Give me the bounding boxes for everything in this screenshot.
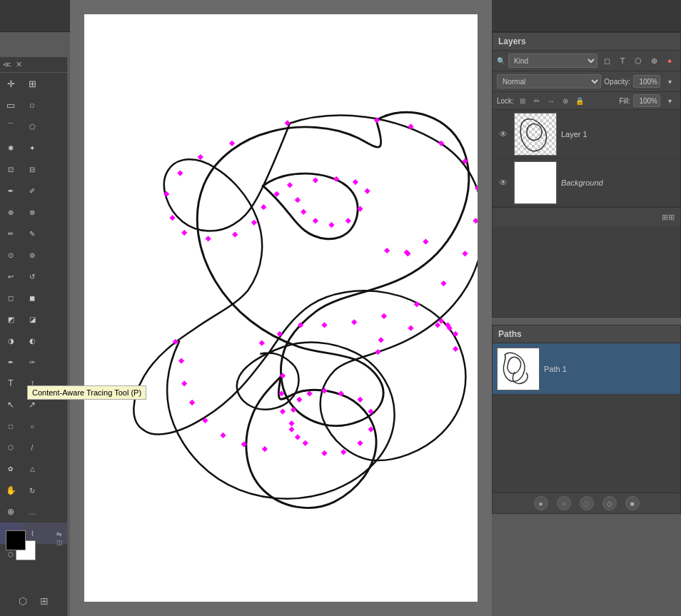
svg-rect-21	[181, 230, 187, 236]
polygon-shape-tool[interactable]: ⬡	[0, 437, 21, 458]
custom-shape-tool[interactable]: ✿	[0, 458, 21, 480]
healing-brush-tool[interactable]: ⊕	[0, 201, 21, 223]
fill-path-button[interactable]: ●	[534, 496, 548, 510]
slice-tool[interactable]: ⊟	[21, 158, 43, 180]
rect-shape-tool[interactable]: □	[0, 415, 21, 437]
crop-tool[interactable]: ⊡	[0, 158, 21, 180]
paths-panel-footer: ● ○ ◌ ◇ ■	[493, 493, 680, 513]
freeform-pen-tool[interactable]: ✑	[21, 351, 43, 373]
svg-rect-14	[277, 331, 283, 337]
svg-rect-12	[321, 322, 327, 328]
tool-row-1: ✛ ⊞	[0, 73, 67, 94]
zoom-tool[interactable]: ⊕	[0, 501, 21, 522]
lock-position-icon[interactable]: ✏	[531, 95, 543, 106]
line-shape-tool[interactable]: /	[21, 437, 43, 458]
default-colors-icon[interactable]: ◫	[56, 539, 63, 546]
paint-bucket-tool[interactable]: ◪	[21, 308, 43, 330]
background-visibility-icon[interactable]: 👁	[497, 176, 510, 189]
layer-kind-select[interactable]: Kind	[508, 54, 597, 68]
link-layers-icon[interactable]: ⊞⊞	[662, 211, 675, 223]
kind-shape-icon[interactable]: ⬡	[632, 54, 645, 67]
ellipse-marquee-tool[interactable]: ○	[21, 94, 43, 116]
eraser-tool[interactable]: ◻	[0, 287, 21, 308]
more-tools[interactable]: …	[21, 501, 43, 522]
path1-thumbnail	[497, 348, 540, 390]
brush-tool[interactable]: ✏	[0, 223, 21, 244]
lasso-tool[interactable]: ⌒	[0, 116, 21, 137]
quick-mask-icon[interactable]: ⬡	[15, 593, 31, 609]
polygonal-lasso-tool[interactable]: ⬠	[21, 116, 43, 137]
rect-marquee-tool[interactable]: ▭	[0, 94, 21, 116]
layer-item-layer1[interactable]: 👁 Layer 1	[493, 110, 680, 158]
color-sampler-tool[interactable]: ✐	[21, 180, 43, 201]
fill-input[interactable]	[633, 94, 660, 107]
dodge-tool[interactable]: ◑	[0, 330, 21, 351]
fill-arrow-icon[interactable]: ▾	[663, 94, 676, 107]
svg-rect-35	[313, 218, 318, 223]
lock-label: Lock:	[497, 97, 514, 105]
pencil-tool[interactable]: ✎	[21, 223, 43, 244]
blend-mode-select[interactable]: Normal Multiply Screen	[497, 74, 601, 89]
svg-rect-73	[384, 248, 390, 253]
layer-item-background[interactable]: 👁 Background	[493, 158, 680, 207]
swap-colors-icon[interactable]: ⇆	[56, 530, 63, 537]
burn-tool[interactable]: ◐	[21, 330, 43, 351]
rotate-view-tool[interactable]: ↻	[21, 480, 43, 501]
svg-rect-54	[288, 420, 294, 426]
foreground-color-swatch[interactable]	[6, 530, 26, 550]
gradient-tool[interactable]: ◩	[0, 308, 21, 330]
tool-tooltip: Content-Aware Tracing Tool (P)	[27, 385, 146, 400]
path-item-path1[interactable]: Path 1	[493, 343, 680, 395]
artboard-tool[interactable]: ⊞	[21, 73, 43, 94]
canvas-surface	[84, 14, 478, 602]
triangle-shape-tool[interactable]: △	[21, 458, 43, 480]
tool-row-21: ⊕ …	[0, 501, 67, 522]
stroke-path-button[interactable]: ○	[557, 496, 571, 510]
svg-rect-52	[296, 397, 302, 403]
kind-pixel-icon[interactable]: ◻	[600, 54, 613, 67]
canvas-area[interactable]	[70, 0, 492, 616]
new-path-button[interactable]: ■	[625, 496, 640, 510]
layer1-visibility-icon[interactable]: 👁	[497, 128, 510, 141]
toolbar-collapse-icon[interactable]: ≪	[3, 60, 11, 69]
clone-stamp-tool[interactable]: ⊙	[0, 244, 21, 266]
opacity-input[interactable]	[633, 75, 660, 88]
lock-layer-icon[interactable]: ⊕	[560, 95, 571, 106]
type-tool[interactable]: T	[0, 373, 21, 394]
svg-rect-44	[340, 449, 346, 455]
kind-color-icon[interactable]: ●	[663, 54, 676, 67]
svg-rect-70	[408, 325, 413, 331]
eyedropper-tool[interactable]: ✒	[0, 180, 21, 201]
svg-rect-6	[473, 218, 478, 223]
tool-row-5: ⊡ ⊟	[0, 158, 67, 180]
path-select-tool[interactable]: ↖	[0, 394, 21, 415]
art-history-brush-tool[interactable]: ↺	[21, 266, 43, 287]
hand-tool[interactable]: ✋	[0, 480, 21, 501]
lock-pixels-icon[interactable]: ⊞	[517, 95, 528, 106]
screen-mode-icon[interactable]: ⊞	[36, 593, 52, 609]
toolbar-close-icon[interactable]: ✕	[16, 60, 22, 69]
magic-wand-tool[interactable]: ✦	[21, 137, 43, 158]
kind-smart-icon[interactable]: ⊕	[647, 54, 660, 67]
opacity-arrow-icon[interactable]: ▾	[663, 75, 676, 88]
path-as-selection-button[interactable]: ◌	[580, 496, 594, 510]
ellipse-shape-tool[interactable]: ○	[21, 415, 43, 437]
selection-as-path-button[interactable]: ◇	[602, 496, 617, 510]
patch-tool[interactable]: ⊗	[21, 201, 43, 223]
lock-artboard-icon[interactable]: ↔	[545, 95, 557, 106]
svg-rect-37	[295, 197, 301, 203]
magic-eraser-tool[interactable]: ◼	[21, 287, 43, 308]
pattern-stamp-tool[interactable]: ⊚	[21, 244, 43, 266]
background-thumbnail	[514, 161, 557, 204]
svg-rect-65	[423, 238, 428, 244]
move-tool[interactable]: ✛	[0, 73, 21, 94]
history-brush-tool[interactable]: ↩	[0, 266, 21, 287]
layers-panel-header: Layers	[493, 33, 680, 51]
pen-tool[interactable]: ✒	[0, 351, 21, 373]
svg-rect-33	[345, 218, 351, 223]
quick-select-tool[interactable]: ✱	[0, 137, 21, 158]
lock-all-icon[interactable]: 🔒	[574, 95, 585, 106]
paths-panel: Paths Path 1 ● ○ ◌ ◇ ■	[492, 325, 681, 514]
kind-type-icon[interactable]: T	[616, 54, 629, 67]
svg-rect-58	[181, 380, 187, 386]
